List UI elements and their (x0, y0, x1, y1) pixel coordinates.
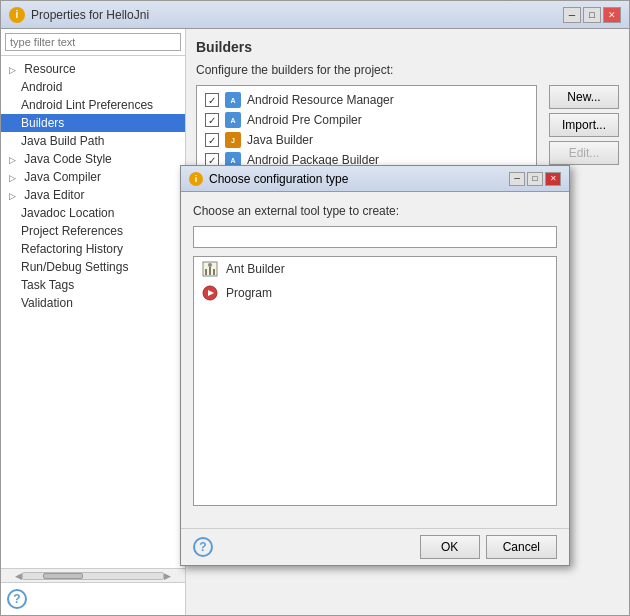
import-button[interactable]: Import... (549, 113, 619, 137)
svg-point-4 (208, 263, 212, 267)
sidebar-help-icon[interactable]: ? (7, 589, 27, 609)
title-bar: i Properties for HelloJni ─ □ ✕ (1, 1, 629, 29)
sidebar-item-javadoc-location[interactable]: Javadoc Location (1, 204, 185, 222)
sidebar-item-label-task-tags: Task Tags (21, 278, 74, 292)
modal-title-left: i Choose configuration type (189, 172, 348, 186)
scroll-track[interactable] (22, 572, 164, 580)
sidebar-item-task-tags[interactable]: Task Tags (1, 276, 185, 294)
modal-title-bar: i Choose configuration type ─ □ ✕ (181, 166, 569, 192)
modal-footer: ? OK Cancel (181, 528, 569, 565)
modal-controls: ─ □ ✕ (509, 172, 561, 186)
filter-box (1, 29, 185, 56)
sidebar-item-label-javadoc-location: Javadoc Location (21, 206, 114, 220)
window-title: Properties for HelloJni (31, 8, 149, 22)
sidebar-item-label-resource: Resource (24, 62, 75, 76)
builder-item-apc[interactable]: A Android Pre Compiler (201, 110, 532, 130)
ok-button[interactable]: OK (420, 535, 480, 559)
sidebar-item-java-compiler[interactable]: ▷ Java Compiler (1, 168, 185, 186)
label-apc: Android Pre Compiler (247, 113, 362, 127)
sidebar-item-label-android-lint: Android Lint Preferences (21, 98, 153, 112)
cancel-button[interactable]: Cancel (486, 535, 557, 559)
tree-arrow-java-code-style: ▷ (9, 155, 21, 165)
modal-description: Choose an external tool type to create: (193, 204, 557, 218)
modal-title-text: Choose configuration type (209, 172, 348, 186)
sidebar-item-run-debug[interactable]: Run/Debug Settings (1, 258, 185, 276)
label-jb: Java Builder (247, 133, 313, 147)
sidebar-item-android-lint[interactable]: Android Lint Preferences (1, 96, 185, 114)
sidebar-item-refactoring-history[interactable]: Refactoring History (1, 240, 185, 258)
sidebar-item-resource[interactable]: ▷ Resource (1, 60, 185, 78)
icon-jb: J (225, 132, 241, 148)
modal-minimize-button[interactable]: ─ (509, 172, 525, 186)
sidebar-item-label-validation: Validation (21, 296, 73, 310)
new-button[interactable]: New... (549, 85, 619, 109)
maximize-button[interactable]: □ (583, 7, 601, 23)
check-arm[interactable] (205, 93, 219, 107)
modal-list-item-program[interactable]: Program (194, 281, 556, 305)
panel-description: Configure the builders for the project: (196, 63, 619, 77)
sidebar-item-label-java-compiler: Java Compiler (24, 170, 101, 184)
modal-help-icon[interactable]: ? (193, 537, 213, 557)
modal-window-icon: i (189, 172, 203, 186)
check-apc[interactable] (205, 113, 219, 127)
window-icon: i (9, 7, 25, 23)
modal-list-item-ant[interactable]: Ant Builder (194, 257, 556, 281)
title-controls: ─ □ ✕ (563, 7, 621, 23)
sidebar-item-label-project-references: Project References (21, 224, 123, 238)
modal-search-input[interactable] (193, 226, 557, 248)
sidebar-item-label-java-build-path: Java Build Path (21, 134, 104, 148)
sidebar-bottom: ? (1, 582, 185, 615)
tree-arrow-resource: ▷ (9, 65, 21, 75)
tree-arrow-java-editor: ▷ (9, 191, 21, 201)
icon-arm: A (225, 92, 241, 108)
minimize-button[interactable]: ─ (563, 7, 581, 23)
sidebar-item-validation[interactable]: Validation (1, 294, 185, 312)
modal-body: Choose an external tool type to create: (181, 192, 569, 528)
modal-close-button[interactable]: ✕ (545, 172, 561, 186)
modal-list-label-ant: Ant Builder (226, 262, 285, 276)
sidebar-item-label-builders: Builders (21, 116, 64, 130)
tree-arrow-java-compiler: ▷ (9, 173, 21, 183)
sidebar-item-label-run-debug: Run/Debug Settings (21, 260, 128, 274)
modal-list: Ant Builder Program (193, 256, 557, 506)
sidebar-item-label-android: Android (21, 80, 62, 94)
sidebar-item-label-java-code-style: Java Code Style (24, 152, 111, 166)
label-arm: Android Resource Manager (247, 93, 394, 107)
sidebar-item-android[interactable]: Android (1, 78, 185, 96)
scroll-thumb[interactable] (43, 573, 83, 579)
sidebar-scrollbar[interactable]: ◀ ▶ (1, 568, 185, 582)
filter-input[interactable] (5, 33, 181, 51)
sidebar: ▷ Resource Android Android Lint Preferen… (1, 29, 186, 615)
sidebar-item-builders[interactable]: Builders (1, 114, 185, 132)
choose-config-dialog: i Choose configuration type ─ □ ✕ Choose… (180, 165, 570, 566)
sidebar-item-java-code-style[interactable]: ▷ Java Code Style (1, 150, 185, 168)
builder-item-jb[interactable]: J Java Builder (201, 130, 532, 150)
program-icon (202, 285, 218, 301)
modal-maximize-button[interactable]: □ (527, 172, 543, 186)
modal-list-label-program: Program (226, 286, 272, 300)
tree-list: ▷ Resource Android Android Lint Preferen… (1, 56, 185, 568)
sidebar-item-project-references[interactable]: Project References (1, 222, 185, 240)
title-bar-left: i Properties for HelloJni (9, 7, 149, 23)
modal-footer-right: OK Cancel (420, 535, 557, 559)
sidebar-item-java-build-path[interactable]: Java Build Path (1, 132, 185, 150)
edit-button[interactable]: Edit... (549, 141, 619, 165)
panel-title: Builders (196, 39, 619, 55)
ant-builder-icon (202, 261, 218, 277)
icon-apc: A (225, 112, 241, 128)
sidebar-item-label-java-editor: Java Editor (24, 188, 84, 202)
sidebar-item-java-editor[interactable]: ▷ Java Editor (1, 186, 185, 204)
sidebar-item-label-refactoring-history: Refactoring History (21, 242, 123, 256)
check-jb[interactable] (205, 133, 219, 147)
builder-item-arm[interactable]: A Android Resource Manager (201, 90, 532, 110)
close-button[interactable]: ✕ (603, 7, 621, 23)
